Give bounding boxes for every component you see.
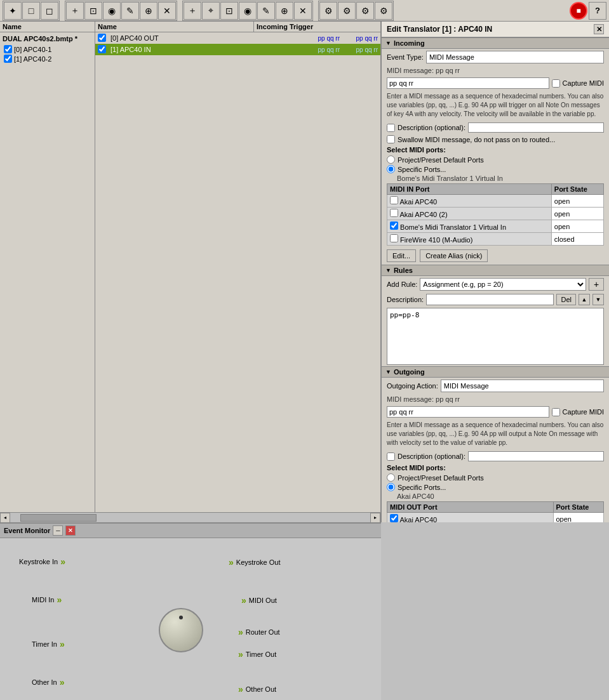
midi-input-field[interactable]	[387, 77, 549, 89]
timer-in-item: Timer In »	[32, 640, 65, 649]
radio-project[interactable]	[387, 155, 395, 164]
scroll-track[interactable]	[20, 514, 360, 522]
capture-midi-checkbox[interactable]	[552, 79, 560, 88]
add-rule-label: Add Rule:	[387, 281, 417, 288]
event-monitor-minimize-button[interactable]: ─	[53, 525, 63, 536]
translator-row-1[interactable]: [1] APC40 IN pp qq rr pp qq rr	[95, 44, 380, 55]
file-name: DUAL APC40s2.bmtp *	[3, 35, 92, 43]
description-input[interactable]	[468, 122, 604, 133]
toolbar-btn-add2[interactable]: ＋	[184, 2, 201, 20]
scroll-left-arrow[interactable]: ◂	[0, 513, 10, 523]
plus-button[interactable]: +	[589, 278, 604, 291]
horizontal-scrollbar[interactable]: ◂ ▸	[0, 512, 380, 522]
incoming-section-label: ▼ Incoming	[382, 37, 609, 49]
timer-out-label: Timer Out	[246, 650, 277, 658]
midi-in-check-3[interactable]	[390, 234, 398, 242]
toolbar-btn-settings4[interactable]: ⚙	[375, 2, 392, 20]
toolbar-btn-del2[interactable]: ✕	[294, 2, 312, 20]
outgoing-action-select[interactable]: MIDI Message	[441, 380, 604, 392]
toolbar-btn-edit[interactable]: ✎	[121, 2, 139, 20]
dial-visual	[159, 608, 203, 652]
stop-button[interactable]: ■	[570, 2, 587, 20]
toolbar-btn-settings2[interactable]: ⚙	[338, 2, 356, 20]
midi-out-label: MIDI Out	[249, 597, 277, 604]
create-alias-button[interactable]: Create Alias (nick)	[420, 249, 488, 262]
outgoing-capture-label: Capture MIDI	[563, 408, 604, 416]
midi-out-table: MIDI OUT Port Port State Akai APC40 open…	[387, 501, 604, 522]
select-midi-ports-label: Select MIDI ports:	[382, 145, 609, 155]
midi-out-row-0: Akai APC40 open	[387, 513, 604, 523]
toolbar-btn-delete[interactable]: ✕	[158, 2, 176, 20]
del-button[interactable]: Del	[556, 294, 576, 305]
toolbar-btn-add[interactable]: ＋	[66, 2, 84, 20]
chevron-right-icon-5: »	[229, 557, 234, 567]
swallow-checkbox[interactable]	[387, 135, 395, 143]
toolbar-btn-cursor[interactable]: ⌖	[202, 2, 220, 20]
rule-editor[interactable]: pp=pp-8	[387, 308, 604, 365]
midi-in-check-1[interactable]	[390, 209, 398, 217]
toolbar-btn-capture[interactable]: ⊕	[140, 2, 157, 20]
edit-button[interactable]: Edit...	[387, 249, 416, 262]
help-button[interactable]: ?	[589, 2, 606, 20]
scroll-thumb[interactable]	[20, 514, 97, 522]
outgoing-radio-project[interactable]	[387, 473, 395, 482]
preset-item-1[interactable]: [1] APC40-2	[3, 54, 92, 63]
toolbar-btn-open[interactable]: □	[22, 2, 40, 20]
timer-out-item: » Timer Out	[238, 649, 276, 659]
preset-label-0: [0] APC40-1	[14, 46, 51, 53]
midi-input-row: Capture MIDI	[382, 76, 609, 91]
toolbar-btn-copy2[interactable]: ⊡	[220, 2, 238, 20]
event-monitor-close-button[interactable]: ✕	[65, 525, 76, 536]
toolbar-btn-edit2[interactable]: ✎	[257, 2, 275, 20]
event-monitor-header: Event Monitor ─ ✕	[0, 524, 381, 538]
scroll-right-arrow[interactable]: ▸	[370, 513, 380, 523]
midi-in-check-2[interactable]	[390, 221, 398, 230]
toolbar-btn-settings1[interactable]: ⚙	[319, 2, 337, 20]
event-monitor-title: Event Monitor	[4, 527, 50, 534]
midi-out-check-0[interactable]	[390, 514, 398, 522]
toolbar-btn-save[interactable]: ◻	[41, 2, 58, 20]
preset-item-0[interactable]: [0] APC40-1	[3, 44, 92, 54]
outgoing-input-field[interactable]	[387, 406, 549, 418]
outgoing-radio-specific-label: Specific Ports...	[398, 484, 446, 491]
event-type-label: Event Type:	[387, 53, 424, 61]
toolbar-group-3: ＋ ⌖ ⊡ ◉ ✎ ⊕ ✕	[182, 1, 313, 21]
rule-up-arrow[interactable]: ▲	[579, 294, 590, 305]
toolbar-btn-copy[interactable]: ⊡	[84, 2, 102, 20]
outgoing-capture-checkbox[interactable]	[552, 408, 560, 416]
trans-check-0[interactable]	[98, 34, 106, 42]
left-panel-body: DUAL APC40s2.bmtp * [0] APC40-1 [1] APC4…	[0, 32, 380, 512]
outgoing-action-label: Outgoing Action:	[387, 382, 438, 390]
close-button[interactable]: ✕	[594, 24, 604, 34]
outgoing-radio-specific[interactable]	[387, 483, 395, 491]
toolbar-btn-rec[interactable]: ◉	[103, 2, 121, 20]
midi-out-item: » MIDI Out	[241, 595, 277, 605]
trans-check-1[interactable]	[98, 45, 106, 53]
outgoing-ports-label: Select MIDI ports:	[382, 463, 609, 473]
event-type-select[interactable]: MIDI Message	[426, 51, 604, 63]
edit-translator-header: Edit Translator [1] : APC40 IN ✕	[382, 22, 609, 37]
preset-checkbox-0[interactable]	[4, 45, 12, 53]
toolbar-btn-rec2[interactable]: ◉	[239, 2, 257, 20]
translator-row-0[interactable]: [0] APC40 OUT pp qq rr pp qq rr	[95, 32, 380, 44]
toolbar-btn-cap2[interactable]: ⊕	[276, 2, 293, 20]
description-field-input[interactable]	[426, 294, 554, 305]
midi-out-port-header: MIDI OUT Port	[387, 502, 554, 513]
trans-name-1: [1] APC40 IN	[110, 46, 213, 53]
toolbar-btn-new[interactable]: ✦	[4, 2, 22, 20]
keystroke-in-item: Keystroke In »	[19, 557, 65, 566]
radio-specific[interactable]	[387, 165, 395, 173]
outgoing-section-title: Outgoing	[394, 368, 425, 376]
description-label: Description (optional):	[398, 124, 465, 131]
toolbar-group-4: ⚙ ⚙ ⚙ ⚙	[318, 1, 394, 21]
radio-specific-row: Specific Ports...	[382, 164, 609, 174]
toolbar-btn-settings3[interactable]: ⚙	[356, 2, 374, 20]
preset-checkbox-1[interactable]	[4, 55, 12, 63]
outgoing-desc-checkbox[interactable]	[387, 452, 395, 461]
midi-in-check-0[interactable]	[390, 196, 398, 204]
description-checkbox[interactable]	[387, 124, 395, 132]
outgoing-action-row: Outgoing Action: MIDI Message	[382, 378, 609, 394]
outgoing-desc-input[interactable]	[468, 451, 604, 461]
add-rule-select[interactable]: Assignment (e.g, pp = 20)	[420, 278, 586, 291]
rule-down-arrow[interactable]: ▼	[592, 294, 604, 305]
